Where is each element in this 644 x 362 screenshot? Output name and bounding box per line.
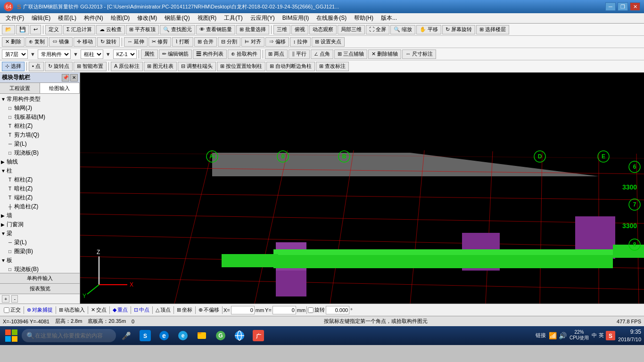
- menu-item-F[interactable]: 文件(F): [2, 13, 28, 23]
- snap-dynamic[interactable]: ⊞ 动态输入: [57, 306, 87, 314]
- tb-parallel-button[interactable]: ∥ 平行: [289, 49, 310, 59]
- tree-item[interactable]: T端柱(Z): [1, 193, 79, 202]
- snap-object[interactable]: ⊕ 对象捕捉: [25, 306, 55, 314]
- tb-open-button[interactable]: 📂: [2, 25, 15, 34]
- tb-split-button[interactable]: ⊟ 分割: [218, 37, 240, 47]
- viewport[interactable]: Ai 0 B D E 6 7 8 3300 3300: [80, 73, 644, 304]
- tb-column-table-button[interactable]: ⊞ 图元柱表: [144, 62, 177, 71]
- tb-auto-corner-button[interactable]: ⊞ 自动判断边角柱: [266, 62, 315, 71]
- nav-pin-button[interactable]: 📌: [62, 74, 69, 82]
- menu-item-Q[interactable]: 钢筋量(Q): [161, 13, 193, 23]
- tb-stretch-button[interactable]: ↕ 拉伸: [290, 37, 311, 47]
- mic-icon[interactable]: 🎤: [118, 327, 135, 344]
- snap-no-offset[interactable]: ⊕ 不偏移: [197, 306, 221, 314]
- tree-item[interactable]: T框柱(Z): [1, 122, 79, 131]
- tree-item[interactable]: T暗柱(Z): [1, 184, 79, 193]
- menu-item-BIMI[interactable]: BIM应用(I): [279, 13, 313, 23]
- tb-property-button[interactable]: 属性: [141, 49, 158, 59]
- snap-coord[interactable]: ⊞ 坐标: [175, 306, 194, 314]
- component-type-select[interactable]: 常用构件: [38, 49, 71, 59]
- menu-item-Y[interactable]: 云应用(Y): [247, 13, 279, 23]
- menu-item-M[interactable]: 修改(M): [133, 13, 161, 23]
- tb-three-point-button[interactable]: ⊞ 三点辅轴: [334, 49, 367, 59]
- taskbar-globe[interactable]: [231, 327, 248, 344]
- tree-item[interactable]: ▶墙: [1, 211, 79, 220]
- tb-place-by-pos-button[interactable]: ⊞ 按位置置绘制柱: [217, 62, 265, 71]
- start-button[interactable]: [3, 327, 20, 344]
- tree-item[interactable]: ▶门窗洞: [1, 220, 79, 229]
- tb-del-aux-button[interactable]: ✕ 删除辅轴: [368, 49, 401, 59]
- search-input[interactable]: [22, 329, 116, 342]
- tb-define-button[interactable]: 定义: [45, 25, 62, 34]
- snap-center[interactable]: ⊡ 中点: [132, 306, 151, 314]
- tb-screen-rotate-button[interactable]: ↻ 屏幕旋转: [442, 25, 475, 34]
- taskbar-green-app[interactable]: G: [212, 327, 229, 344]
- tb-trim-button[interactable]: ✂ 修剪: [149, 37, 171, 47]
- tb-two-point-button[interactable]: ⊞ 两点: [265, 49, 288, 59]
- tb-mirror-button[interactable]: ⇔ 镜像: [49, 37, 73, 47]
- snap-ortho-checkbox[interactable]: [4, 307, 9, 313]
- tb-adjust-end-button[interactable]: ⊟ 调整柱端头: [178, 62, 216, 71]
- tb-dynamic-observe-button[interactable]: 动态观察: [309, 25, 337, 34]
- tree-item[interactable]: ▼梁: [1, 229, 79, 238]
- tb-edit-rebar-button[interactable]: ✏ 编辑钢筋: [159, 49, 192, 59]
- tb-copy-button[interactable]: ⊕ 复制: [25, 37, 48, 47]
- tb-rotate-button[interactable]: ↻ 旋转: [97, 37, 120, 47]
- tree-item[interactable]: □现浇板(B): [1, 148, 79, 157]
- nav-close-button[interactable]: ✕: [70, 74, 78, 82]
- tb-move-button[interactable]: ✛ 移动: [74, 37, 96, 47]
- tree-item[interactable]: T剪力墙(Q): [1, 131, 79, 140]
- tb-align-button[interactable]: ⊨ 对齐: [241, 37, 264, 47]
- tb-zoom-button[interactable]: 🔍 缩放: [390, 25, 415, 34]
- tb-save-button[interactable]: 💾: [16, 25, 29, 34]
- taskbar-files[interactable]: [193, 327, 210, 344]
- tb-rotate-pt-button[interactable]: ↻ 旋转点: [45, 62, 73, 71]
- menu-item-S[interactable]: 在线服务(S): [313, 13, 350, 23]
- x-input[interactable]: [231, 306, 255, 314]
- tree-item[interactable]: ─梁(L): [1, 140, 79, 148]
- tb-fullscreen-button[interactable]: ⛶ 全屏: [366, 25, 389, 34]
- tree-item[interactable]: □圈梁(B): [1, 247, 79, 256]
- tb-grip-button[interactable]: ⊞ 设置夹点: [312, 37, 345, 47]
- tree-item[interactable]: ▼柱: [1, 166, 79, 175]
- tb-in-place-label-button[interactable]: A 原位标注: [111, 62, 143, 71]
- tb-batch-select-button[interactable]: ⊞ 批量选择: [236, 25, 269, 34]
- menu-item-E[interactable]: 编辑(E): [28, 13, 54, 23]
- tb-view-rebar-button[interactable]: 👁 查看钢筋量: [196, 25, 235, 34]
- tb-top-view-button[interactable]: 俯视: [291, 25, 308, 34]
- close-button[interactable]: ✕: [630, 2, 640, 11]
- taskbar-ggj-app[interactable]: 广: [250, 327, 267, 344]
- tb-check-label-button[interactable]: ⊞ 查改标注: [316, 62, 349, 71]
- tree-item[interactable]: ▼常用构件类型: [1, 95, 79, 104]
- nav-add-minus-button[interactable]: -: [11, 295, 18, 303]
- report-preview[interactable]: 报表预览: [0, 284, 80, 294]
- tree-item[interactable]: ▼板: [1, 256, 79, 265]
- tab-project-settings[interactable]: 工程设置: [0, 83, 40, 93]
- tb-pan-button[interactable]: ✋ 平移: [416, 25, 441, 34]
- menu-item-[interactable]: 版本...: [377, 13, 401, 23]
- tb-smart-place-button[interactable]: ⊞ 智能布置: [74, 62, 107, 71]
- snap-midpoint[interactable]: ◆ 重点: [111, 306, 130, 314]
- tb-dim-button[interactable]: ↔ 尺寸标注: [402, 49, 436, 59]
- rotate-input[interactable]: [326, 306, 349, 314]
- snap-vertex[interactable]: △ 顶点: [154, 306, 173, 314]
- tb-3d-button[interactable]: 三维: [273, 25, 290, 34]
- tb-select-mode-button[interactable]: ⊹ 选择: [2, 62, 25, 71]
- tb-undo-button[interactable]: ↩: [30, 25, 41, 34]
- taskbar-app-store[interactable]: S: [137, 327, 154, 344]
- tree-item[interactable]: T框柱(Z): [1, 175, 79, 184]
- tree-item[interactable]: ┼构造柱(Z): [1, 202, 79, 211]
- minimize-button[interactable]: ─: [605, 2, 616, 11]
- rotate-checkbox[interactable]: [308, 307, 314, 313]
- menu-item-N[interactable]: 构件(N): [80, 13, 107, 23]
- tb-point-angle-button[interactable]: ∠ 点角: [311, 49, 333, 59]
- tb-component-list-button[interactable]: ☰ 构件列表: [193, 49, 227, 59]
- tb-delete-button[interactable]: ✕ 删除: [2, 37, 25, 47]
- snap-intersection[interactable]: ✕ 交点: [89, 306, 108, 314]
- tb-find-button[interactable]: 🔍 查找图元: [160, 25, 195, 34]
- tb-align-top-button[interactable]: ⊞ 平齐板顶: [126, 25, 159, 34]
- tree-item[interactable]: □轴网(J): [1, 104, 79, 113]
- menu-item-D[interactable]: 绘图(D): [107, 13, 134, 23]
- tb-pick-component-button[interactable]: ⊕ 拾取构件: [228, 49, 261, 59]
- tb-point-button[interactable]: • 点: [29, 62, 44, 71]
